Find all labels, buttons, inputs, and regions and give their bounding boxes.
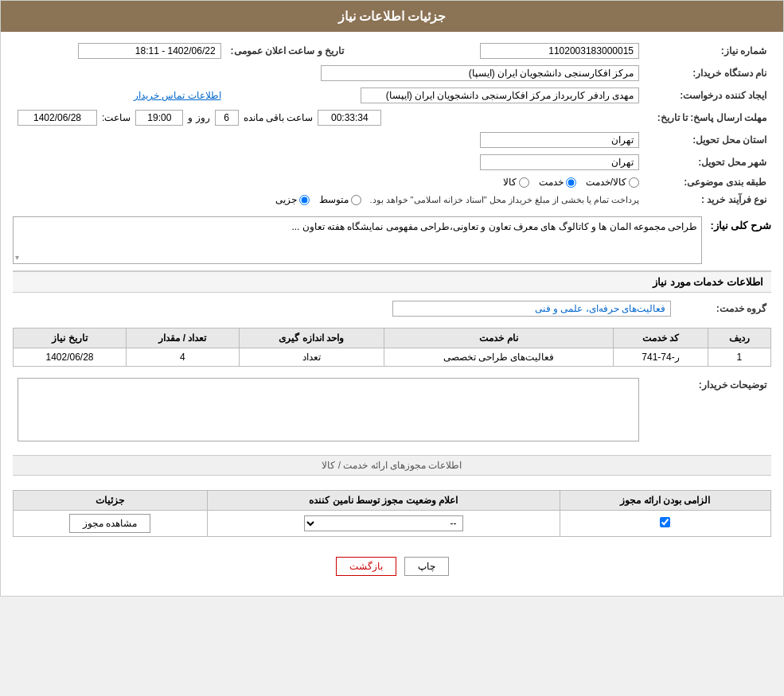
announcement-value: 1402/06/22 - 18:11 (13, 40, 226, 62)
license-required-checkbox[interactable] (660, 517, 670, 527)
contact-link[interactable]: اطلاعات تماس خریدار (134, 90, 221, 101)
buyer-org-label: نام دستگاه خریدار: (644, 62, 771, 84)
license-status-select[interactable]: -- (304, 515, 463, 531)
need-description-section: شرح کلی نیاز: طراحی مجموعه المان ها و کا… (13, 216, 771, 264)
license-col-status: اعلام وضعیت مجوز توسط نامین کننده (207, 491, 560, 511)
service-code: ر-74-741 (614, 348, 708, 367)
category-kala-khidmat-radio[interactable] (629, 177, 639, 188)
province-label: استان محل تحویل: (644, 129, 771, 151)
main-info-table: شماره نیاز: 1102003183000015 تاریخ و ساع… (13, 40, 771, 208)
category-khidmat-radio[interactable] (566, 177, 576, 188)
need-number-value: 1102003183000015 (409, 40, 644, 62)
license-table: الزامی بودن ارائه مجوز اعلام وضعیت مجوز … (13, 490, 771, 537)
purchase-type-options: پرداخت تمام یا بخشی از مبلغ خریداز محل "… (13, 191, 644, 208)
category-kala: کالا (503, 177, 529, 188)
col-row: ردیف (708, 329, 770, 348)
service-group-value: فعالیت‌های حرفه‌ای، علمی و فنی (13, 297, 676, 320)
service-quantity: 4 (126, 348, 239, 367)
print-button[interactable]: چاپ (404, 557, 449, 576)
requester-value: مهدی رادفر کاربرداز مرکز افکارسنجی دانشج… (226, 84, 644, 107)
deadline-days-label: روز و (188, 112, 209, 123)
city-value: تهران (13, 151, 644, 173)
category-label: طبقه بندی موضوعی: (644, 173, 771, 191)
col-unit: واحد اندازه گیری (239, 329, 384, 348)
buyer-notes-cell (13, 375, 644, 447)
license-header-row: الزامی بودن ارائه مجوز اعلام وضعیت مجوز … (14, 491, 771, 511)
deadline-remaining: 00:33:34 (318, 110, 381, 126)
page-header: جزئیات اطلاعات نیاز (1, 1, 783, 32)
col-code: کد خدمت (614, 329, 708, 348)
purchase-type-row: نوع فرآیند خرید : پرداخت تمام یا بخشی از… (13, 191, 771, 208)
col-name: نام خدمت (384, 329, 614, 348)
province-box: تهران (480, 132, 639, 148)
back-button[interactable]: بازگشت (336, 557, 396, 576)
buyer-notes-table: توضیحات خریدار: (13, 375, 771, 447)
purchase-note: پرداخت تمام یا بخشی از مبلغ خریداز محل "… (369, 195, 639, 205)
need-description-label: شرح کلی نیاز: (710, 216, 771, 235)
service-row-num: 1 (708, 348, 770, 367)
purchase-jozi: جزیی (275, 194, 310, 205)
purchase-motaset-radio[interactable] (351, 195, 361, 205)
city-box: تهران (480, 154, 639, 170)
category-kala-label: کالا (503, 177, 517, 188)
need-description-box: طراحی مجموعه المان ها و کاتالوگ های معرف… (13, 216, 702, 264)
service-date: 1402/06/28 (14, 348, 127, 367)
purchase-jozi-radio[interactable] (299, 195, 310, 205)
purchase-motaset-label: متوسط (319, 194, 349, 205)
deadline-time: 19:00 (135, 110, 183, 126)
service-group-table: گروه خدمت: فعالیت‌های حرفه‌ای، علمی و فن… (13, 297, 771, 320)
service-group-label: گروه خدمت: (676, 297, 771, 320)
licenses-divider: اطلاعات مجوزهای ارائه خدمت / کالا (13, 455, 771, 476)
license-details-cell: مشاهده مجوز (14, 511, 208, 537)
buyer-notes-row: توضیحات خریدار: (13, 375, 771, 447)
service-table-header-row: ردیف کد خدمت نام خدمت واحد اندازه گیری ت… (14, 329, 771, 348)
content-area: شماره نیاز: 1102003183000015 تاریخ و ساع… (1, 32, 783, 596)
deadline-label: مهلت ارسال پاسخ: تا تاریخ: (644, 107, 771, 129)
category-options: کالا/خدمت خدمت کالا (13, 173, 644, 191)
services-section-header: اطلاعات خدمات مورد نیاز (13, 270, 771, 293)
category-kala-radio[interactable] (519, 177, 529, 188)
buyer-org-box: مرکز افکارسنجی دانشجویان ایران (ایسپا) (321, 65, 639, 81)
buyer-notes-textarea[interactable] (18, 378, 639, 441)
province-row: استان محل تحویل: تهران (13, 129, 771, 151)
service-name: فعالیت‌های طراحی تخصصی (384, 348, 614, 367)
announcement-box: 1402/06/22 - 18:11 (78, 43, 221, 59)
license-col-details: جزئیات (14, 491, 208, 511)
service-items-table: ردیف کد خدمت نام خدمت واحد اندازه گیری ت… (13, 328, 771, 367)
category-khidmat: خدمت (539, 177, 576, 188)
page-wrapper: جزئیات اطلاعات نیاز شماره نیاز: 11020031… (0, 0, 784, 597)
need-number-box: 1102003183000015 (480, 43, 639, 59)
view-license-button[interactable]: مشاهده مجوز (69, 514, 150, 533)
service-group-row: گروه خدمت: فعالیت‌های حرفه‌ای، علمی و فن… (13, 297, 771, 320)
bottom-buttons: چاپ بازگشت (13, 545, 771, 588)
page-title: جزئیات اطلاعات نیاز (338, 10, 447, 23)
province-value: تهران (13, 129, 644, 151)
requester-label: ایجاد کننده درخواست: (644, 84, 771, 107)
city-label: شهر محل تحویل: (644, 151, 771, 173)
category-kala-khidmat-label: کالا/خدمت (586, 177, 626, 188)
deadline-values: 00:33:34 ساعت باقی مانده 6 روز و 19:00 س… (13, 107, 644, 129)
col-date: تاریخ نیاز (14, 329, 127, 348)
deadline-time-label: ساعت: (102, 112, 131, 123)
col-quantity: تعداد / مقدار (126, 329, 239, 348)
announcement-label: تاریخ و ساعت اعلان عمومی: (226, 40, 369, 62)
category-kala-khidmat: کالا/خدمت (586, 177, 639, 188)
deadline-date: 1402/06/28 (18, 110, 97, 126)
requester-row: ایجاد کننده درخواست: مهدی رادفر کاربرداز… (13, 84, 771, 107)
service-group-box: فعالیت‌های حرفه‌ای، علمی و فنی (392, 301, 671, 317)
service-unit: تعداد (239, 348, 384, 367)
service-row-1: 1 ر-74-741 فعالیت‌های طراحی تخصصی تعداد … (14, 348, 771, 367)
need-number-row: شماره نیاز: 1102003183000015 تاریخ و ساع… (13, 40, 771, 62)
buyer-org-value: مرکز افکارسنجی دانشجویان ایران (ایسپا) (13, 62, 644, 84)
purchase-jozi-label: جزیی (275, 194, 297, 205)
need-description-text: طراحی مجموعه المان ها و کاتالوگ های معرف… (291, 221, 697, 232)
license-col-required: الزامی بودن ارائه مجوز (560, 491, 770, 511)
need-number-label: شماره نیاز: (644, 40, 771, 62)
requester-box: مهدی رادفر کاربرداز مرکز افکارسنجی دانشج… (361, 87, 639, 103)
buyer-org-row: نام دستگاه خریدار: مرکز افکارسنجی دانشجو… (13, 62, 771, 84)
purchase-motaset: متوسط (319, 194, 361, 205)
license-row-1: -- مشاهده مجوز (14, 511, 771, 537)
deadline-row: مهلت ارسال پاسخ: تا تاریخ: 00:33:34 ساعت… (13, 107, 771, 129)
deadline-remaining-label: ساعت باقی مانده (244, 112, 314, 123)
purchase-type-label: نوع فرآیند خرید : (644, 191, 771, 208)
